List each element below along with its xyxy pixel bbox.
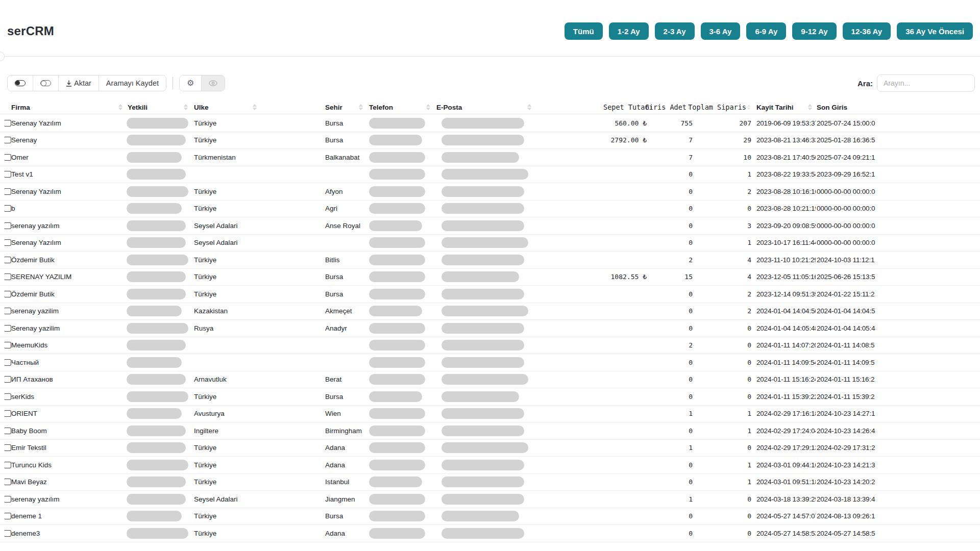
column-header-eposta[interactable]: E-Posta: [435, 100, 601, 114]
settings-button[interactable]: ⚙: [180, 76, 202, 91]
row-checkbox[interactable]: [4, 239, 11, 246]
table-row[interactable]: serenay yazılım Seysel Adalari Anse Roya…: [0, 217, 980, 235]
column-header-son-giris[interactable]: Son Giris: [816, 100, 980, 114]
filter-button-3-6-ay[interactable]: 3-6 Ay: [701, 22, 741, 40]
cell-toplam-siparis: 2: [695, 307, 754, 315]
row-checkbox[interactable]: [4, 137, 11, 143]
table-row[interactable]: serKids Türkiye Bursa 0 0 2024-01-11 15:…: [0, 388, 980, 406]
save-search-button[interactable]: Aramayı Kaydet: [99, 76, 166, 91]
row-checkbox[interactable]: [4, 257, 11, 263]
toggle-filled-button[interactable]: [8, 76, 33, 91]
row-checkbox[interactable]: [4, 444, 11, 451]
crm-page: serCRM Tümü 1-2 Ay 2-3 Ay 3-6 Ay 6-9 Ay …: [0, 0, 980, 551]
toggle-off-icon: [40, 80, 51, 86]
row-checkbox[interactable]: [4, 496, 11, 503]
table-row[interactable]: Serenay Yazılım Seysel Adalari 0 1 2023-…: [0, 235, 980, 252]
row-checkbox[interactable]: [4, 273, 11, 280]
visibility-button[interactable]: [202, 76, 225, 91]
filter-button-6-9-ay[interactable]: 6-9 Ay: [746, 22, 786, 40]
row-checkbox[interactable]: [4, 462, 11, 468]
row-checkbox[interactable]: [4, 410, 11, 417]
row-checkbox[interactable]: [4, 513, 11, 519]
row-checkbox[interactable]: [4, 393, 11, 400]
table-row[interactable]: Özdemir Butik Türkiye Bitlis 2 4 2023-11…: [0, 252, 980, 269]
cell-son-giris: 2024-10-23 14:20:2: [816, 478, 980, 486]
cell-son-giris: 2025-01-28 16:36:5: [816, 136, 980, 144]
column-header-yetkili[interactable]: Yetkili: [127, 100, 193, 114]
table-row[interactable]: Serenay Yazılım Türkiye Afyon 0 2 2023-0…: [0, 183, 980, 201]
filter-button-36-ay-ve-oncesi[interactable]: 36 Ay Ve Öncesi: [897, 22, 973, 40]
row-checkbox[interactable]: [4, 154, 11, 161]
table-row[interactable]: Mavi Beyaz Türkiye Istanbul 0 1 2024-03-…: [0, 474, 980, 491]
column-header-firma[interactable]: Firma: [11, 100, 127, 114]
filter-button-tumu[interactable]: Tümü: [565, 22, 603, 40]
row-checkbox[interactable]: [4, 530, 11, 537]
row-checkbox[interactable]: [4, 291, 11, 297]
column-header-kayit-tarihi[interactable]: Kayit Tarihi: [754, 100, 816, 114]
row-checkbox[interactable]: [4, 376, 11, 383]
row-checkbox[interactable]: [4, 222, 11, 229]
row-select-cell: [0, 513, 11, 519]
cell-sehir: Agri: [323, 205, 369, 212]
app-logo: serCRM: [7, 24, 54, 38]
filter-button-12-36-ay[interactable]: 12-36 Ay: [843, 22, 891, 40]
table-row[interactable]: Serenay yazilim Rusya Anadyr 0 0 2024-01…: [0, 320, 980, 337]
table-row[interactable]: Turuncu Kids Türkiye Adana 0 1 2024-03-0…: [0, 457, 980, 474]
row-checkbox[interactable]: [4, 171, 11, 178]
toggle-outline-button[interactable]: [33, 76, 59, 91]
cell-yetkili: [127, 203, 193, 214]
table-row[interactable]: ORIENT Avusturya Wien 1 1 2024-02-29 17:…: [0, 406, 980, 423]
column-header-toplam-siparis[interactable]: Toplam Siparis: [695, 100, 754, 114]
row-select-cell: [0, 410, 11, 417]
table-row[interactable]: deneme3 Türkiye Adana 0 0 2024-05-27 14:…: [0, 525, 980, 542]
filter-button-1-2-ay[interactable]: 1-2 Ay: [609, 22, 649, 40]
cell-ulke: Kazakistan: [193, 307, 323, 315]
redacted-telefon-pill: [369, 408, 425, 419]
table-row[interactable]: Serenay Yazılım Türkiye Bursa 560.00 ₺ 7…: [0, 115, 980, 132]
row-checkbox[interactable]: [4, 342, 11, 348]
table-row[interactable]: Omer Türkmenistan Balkanabat 7 10 2023-0…: [0, 149, 980, 166]
table-row[interactable]: Test v1 0 1 2023-08-22 19:33:54 2023-09-…: [0, 166, 980, 184]
column-header-ulke[interactable]: Ulke: [193, 100, 323, 114]
table-row[interactable]: b Türkiye Agri 0 0 2023-08-28 10:21:19 0…: [0, 201, 980, 218]
column-header-telefon[interactable]: Telefon: [369, 100, 435, 114]
filter-button-9-12-ay[interactable]: 9-12 Ay: [792, 22, 836, 40]
cell-ulke: Türkiye: [193, 256, 323, 264]
cell-kayit-tarihi: 2023-08-22 19:33:54: [754, 170, 816, 178]
cell-firma: b: [11, 205, 127, 212]
row-checkbox[interactable]: [4, 359, 11, 366]
table-row[interactable]: MeemuKids 2 0 2024-01-11 14:07:20 2024-0…: [0, 337, 980, 355]
table-row[interactable]: Özdemir Butik Türkiye Bursa 0 2 2023-12-…: [0, 286, 980, 303]
table-row[interactable]: deneme 1 Türkiye Bursa 0 0 2024-05-27 14…: [0, 508, 980, 525]
row-checkbox[interactable]: [4, 120, 11, 127]
filter-button-2-3-ay[interactable]: 2-3 Ay: [655, 22, 695, 40]
row-checkbox[interactable]: [4, 188, 11, 195]
search-input[interactable]: [877, 74, 975, 92]
redacted-yetkili-pill: [127, 340, 186, 350]
row-checkbox[interactable]: [4, 325, 11, 332]
table-row[interactable]: Serenay Türkiye Bursa 2792.00 ₺ 7 29 202…: [0, 132, 980, 149]
redacted-telefon-pill: [369, 340, 425, 350]
table-row[interactable]: Частный 0 0 2024-01-11 14:09:54 2024-01-…: [0, 354, 980, 371]
row-checkbox[interactable]: [4, 205, 11, 212]
cell-ulke: Türkiye: [193, 273, 323, 281]
export-button[interactable]: Aktar: [59, 76, 99, 91]
row-select-cell: [0, 325, 11, 332]
cell-giris-adet: 0: [652, 324, 695, 332]
column-header-sehir[interactable]: Sehir: [323, 100, 369, 114]
sort-icon: [184, 104, 188, 110]
row-checkbox[interactable]: [4, 308, 11, 314]
row-checkbox[interactable]: [4, 428, 11, 434]
table-row[interactable]: Baby Boom Ingiltere Birmingham 0 1 2024-…: [0, 422, 980, 440]
cell-telefon: [369, 271, 435, 282]
table-row[interactable]: ИП Атаханов Arnavutluk Berat 0 0 2024-01…: [0, 371, 980, 389]
cell-son-giris: 2025-07-24 09:21:1: [816, 154, 980, 161]
table-row[interactable]: serenay yazilim Kazakistan Akmeçet 0 2 2…: [0, 303, 980, 320]
cell-telefon: [369, 237, 435, 248]
gear-icon: ⚙: [187, 79, 194, 87]
table-row[interactable]: SERENAY YAZILIM Türkiye Bursa 1082.55 ₺ …: [0, 269, 980, 286]
row-checkbox[interactable]: [4, 479, 11, 485]
row-select-cell: [0, 393, 11, 400]
table-row[interactable]: Emir Tekstil Türkiye Adana 1 0 2024-02-2…: [0, 440, 980, 457]
table-row[interactable]: serenay yazılım Seysel Adalari Jiangmen …: [0, 491, 980, 508]
